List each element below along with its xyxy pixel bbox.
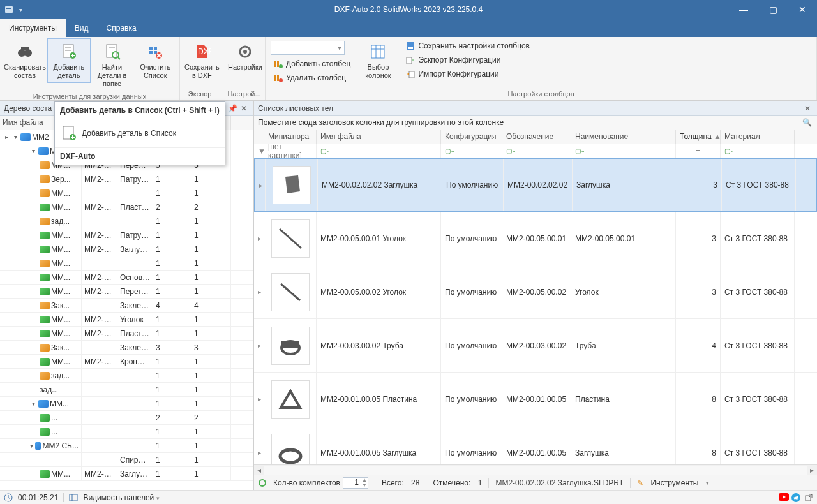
ribbon-group-label: Инструменты для загрузки данных [3, 91, 177, 101]
tree-row[interactable]: зад...11 [0, 214, 253, 228]
tooltip-icon [60, 124, 78, 142]
svg-rect-38 [409, 71, 414, 78]
tree-row[interactable]: ММ...11 [0, 256, 253, 271]
qa-dropdown-icon[interactable]: ▾ [19, 6, 22, 13]
tree-row[interactable]: Спираль...11 [0, 453, 253, 467]
external-link-icon[interactable] [804, 493, 813, 502]
tab-help[interactable]: Справка [98, 19, 146, 37]
svg-rect-17 [149, 51, 153, 54]
tree-row[interactable]: ...22 [0, 411, 253, 425]
tree-row[interactable]: ММ...ММ2-00...Уголок11 [0, 313, 253, 327]
tree-row[interactable]: ▾ММ...11 [0, 397, 253, 411]
search-icon[interactable]: 🔍 [802, 118, 812, 127]
panel-visibility-dropdown[interactable]: Видимость панелей ▾ [83, 493, 159, 502]
tree-row[interactable]: ММ...ММ2-00...Перегор...11 [0, 285, 253, 299]
col-thickness[interactable]: Толщина ▲ [676, 130, 721, 144]
pin-icon[interactable]: 📌 [227, 104, 238, 113]
col-material[interactable]: Материал [721, 130, 795, 144]
tree-row[interactable]: Зак...Заклепк...44 [0, 299, 253, 313]
tree-row[interactable]: ММ...ММ2-00...Пластина22 [0, 200, 253, 214]
refresh-icon[interactable] [258, 478, 267, 487]
tree-body[interactable]: ▸▾ММ2 ▾МММ...ММ2-00...Перены...55Зер...М… [0, 130, 253, 490]
col-name[interactable]: Наименование [571, 130, 676, 144]
part-icon [40, 175, 50, 183]
tree-row[interactable]: зад...11 [0, 369, 253, 383]
tree-row[interactable]: Зер...ММ2-00...Патрубок11 [0, 172, 253, 186]
svg-line-51 [8, 498, 10, 499]
tree-row[interactable]: Зак...Заклепк...33 [0, 341, 253, 355]
grid-body[interactable]: ▸ММ2-00.02.02.02 ЗаглушкаПо умолчаниюММ2… [254, 158, 817, 464]
part-icon [40, 414, 50, 422]
grid-filter-row: ▼ [нет картинки] ▢∘ ▢∘ ▢∘ ▢∘ = ▢∘ [254, 144, 817, 158]
minimize-button[interactable]: — [729, 0, 758, 19]
clock-icon [4, 493, 13, 502]
tools-dropdown[interactable]: ✎ Инструменты ▾ [637, 478, 709, 487]
grid-row[interactable]: ▸ММ2-00.05.00.02 УголокПо умолчаниюММ2-0… [254, 265, 817, 319]
youtube-icon[interactable] [779, 493, 788, 502]
part-icon [40, 218, 50, 225]
filter-chip-icon[interactable]: ▢∘ [320, 147, 330, 154]
tree-row[interactable]: ▾ММ2 СБ...11 [0, 439, 253, 453]
tab-view[interactable]: Вид [66, 19, 98, 37]
add-column-button[interactable]: Добавить столбец [271, 57, 353, 70]
export-config-button[interactable]: Эскпорт Конфигурации [403, 54, 532, 66]
thumbnail [271, 434, 310, 465]
svg-rect-36 [408, 47, 413, 49]
maximize-button[interactable]: ▢ [758, 0, 788, 19]
tree-row[interactable]: ММ...ММ2-00...Пластина11 [0, 327, 253, 341]
column-combo[interactable]: ▾ [271, 41, 345, 55]
col-filename[interactable]: Имя файла [317, 130, 441, 144]
part-icon [40, 372, 50, 380]
part-icon [40, 302, 50, 309]
col-code[interactable]: Обозначение [502, 130, 571, 144]
panel-status-bar: Кол-во комплектов 1▲▼ Всего: 28 Отмечено… [254, 475, 817, 490]
col-config[interactable]: Конфигурация [441, 130, 502, 144]
close-button[interactable]: ✕ [788, 0, 817, 19]
window-title: DXF-Auto 2.0 SolidWorks 2023 v23.225.0.4 [334, 5, 483, 14]
tooltip-footer: DXF-Auto [55, 147, 225, 165]
folder-search-icon [102, 41, 123, 62]
kits-input[interactable]: 1▲▼ [343, 477, 368, 489]
thumbnail [271, 380, 310, 419]
grid-row[interactable]: ▸ММ2-00.01.00.05 ПластинаПо умолчаниюММ2… [254, 373, 817, 426]
select-columns-button[interactable]: Выбор колонок [356, 38, 400, 83]
svg-rect-1 [6, 8, 11, 9]
clear-list-button[interactable]: Очистить Список [133, 38, 177, 83]
import-config-button[interactable]: Импорт Конфигурации [403, 68, 532, 80]
tree-row[interactable]: ММ...ММ2-00...Основан...11 [0, 271, 253, 285]
tree-row[interactable]: ММ...11 [0, 186, 253, 200]
horizontal-scrollbar[interactable]: ◂▸ [254, 464, 817, 475]
grid-row[interactable]: ▸ММ2-00.03.00.02 ТрубаПо умолчаниюММ2-00… [254, 319, 817, 373]
save-columns-button[interactable]: Сохранить настройки столбцов [403, 40, 532, 52]
clear-list-icon [145, 41, 165, 62]
app-icon [4, 4, 14, 15]
add-part-button[interactable]: Добавить деталь [47, 38, 91, 83]
svg-point-30 [279, 78, 283, 82]
close-panel-icon[interactable]: ✕ [802, 104, 813, 113]
grid-row[interactable]: ▸ММ2-00.02.02.02 ЗаглушкаПо умолчаниюММ2… [254, 158, 817, 212]
part-icon [40, 204, 50, 211]
find-parts-button[interactable]: Найти Детали в папке [91, 38, 134, 91]
save-dxf-button[interactable]: DXF Сохранить в DXF [183, 38, 221, 83]
tree-row[interactable]: ММ...ММ2-00...Заглушка11 [0, 242, 253, 256]
tree-row[interactable]: зад...11 [0, 383, 253, 397]
save-icon [405, 41, 416, 51]
svg-text:DXF: DXF [198, 47, 211, 56]
close-panel-icon[interactable]: ✕ [238, 104, 250, 113]
group-by-hint[interactable]: Поместите сюда заголовок колонки для гру… [254, 116, 817, 130]
tab-instruments[interactable]: Инструменты [0, 19, 66, 37]
grid-row[interactable]: ▸ММ2-00.01.00.05 ЗаглушкаПо умолчаниюММ2… [254, 426, 817, 464]
tree-row[interactable]: ...11 [0, 425, 253, 439]
tree-row[interactable]: ММ...ММ2-00...Патрубок11 [0, 228, 253, 242]
part-icon [40, 344, 50, 352]
settings-button[interactable]: Настройки [226, 38, 264, 75]
scan-button[interactable]: Сканировать состав [3, 38, 47, 83]
tree-row[interactable]: ММ...ММ2-00...Заглушка11 [0, 467, 253, 481]
svg-rect-28 [274, 75, 276, 81]
telegram-icon[interactable] [791, 493, 800, 502]
grid-row[interactable]: ▸ММ2-00.05.00.01 УголокПо умолчаниюММ2-0… [254, 212, 817, 265]
delete-column-button[interactable]: Удалить столбец [271, 71, 353, 84]
tree-row[interactable]: ММ...ММ2-00...Кроншт...11 [0, 355, 253, 369]
svg-rect-31 [371, 45, 384, 58]
svg-line-44 [281, 284, 300, 300]
